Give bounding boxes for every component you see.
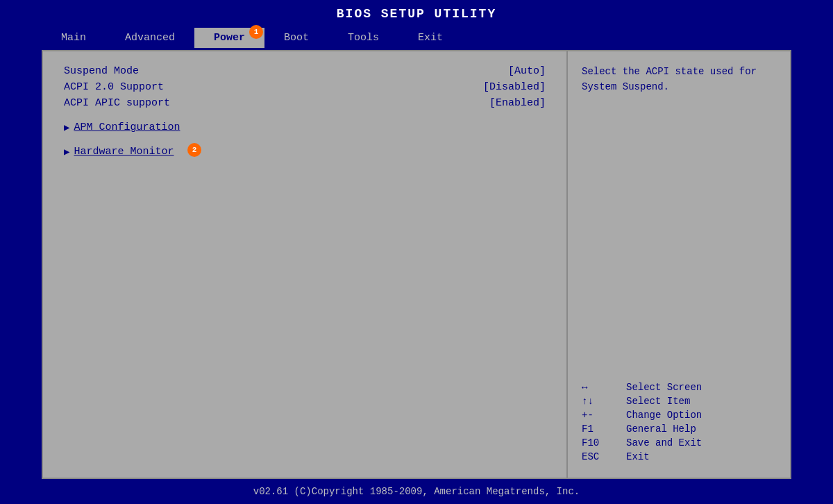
key-row: +-Change Option [582,410,776,421]
submenu-item-0[interactable]: ▶APM Configuration [64,121,546,133]
setting-row: ACPI 2.0 Support[Disabled] [64,81,546,93]
nav-item-boot[interactable]: Boot [264,28,328,48]
key-desc: Change Option [626,410,702,421]
key-name: +- [582,410,615,421]
setting-row: ACPI APIC support[Enabled] [64,97,546,109]
nav-item-power[interactable]: Power1 [194,28,264,48]
key-desc: Exit [626,451,650,462]
setting-value[interactable]: [Enabled] [489,97,546,109]
key-desc: Save and Exit [626,437,702,448]
title-bar: BIOS SETUP UTILITY [0,0,833,25]
help-text: Select the ACPI state used for System Su… [582,64,776,95]
key-name: F1 [582,423,615,435]
key-desc: Select Item [626,396,690,407]
key-desc: General Help [626,423,696,435]
setting-label: ACPI 2.0 Support [64,81,164,93]
submenu-label: APM Configuration [74,121,180,133]
submenu-arrow-icon: ▶ [64,121,69,133]
key-name: ↑↓ [582,396,615,407]
submenu-item-1[interactable]: ▶Hardware Monitor2 [64,146,546,158]
key-row: ESCExit [582,451,776,462]
nav-bar: MainAdvancedPower1BootToolsExit [0,25,833,50]
nav-item-exit[interactable]: Exit [398,28,462,48]
setting-row: Suspend Mode[Auto] [64,65,546,77]
key-row: ↑↓Select Item [582,396,776,407]
nav-badge-power: 1 [249,25,263,39]
key-row: F1General Help [582,423,776,435]
key-desc: Select Screen [626,382,702,393]
setting-value[interactable]: [Disabled] [483,81,546,93]
footer: v02.61 (C)Copyright 1985-2009, American … [0,479,833,504]
submenu-arrow-icon: ▶ [64,146,69,158]
left-panel: Suspend Mode[Auto]ACPI 2.0 Support[Disab… [43,51,568,478]
setting-value[interactable]: [Auto] [508,65,546,77]
nav-item-advanced[interactable]: Advanced [106,28,194,48]
key-name: ↔ [582,382,615,393]
nav-item-main[interactable]: Main [42,28,106,48]
key-help: ↔Select Screen↑↓Select Item+-Change Opti… [582,382,776,465]
right-panel: Select the ACPI state used for System Su… [568,51,790,478]
submenu-badge: 2 [187,143,201,157]
setting-label: ACPI APIC support [64,97,170,109]
main-content: Suspend Mode[Auto]ACPI 2.0 Support[Disab… [42,50,791,479]
nav-item-tools[interactable]: Tools [328,28,398,48]
key-name: ESC [582,451,615,462]
footer-text: v02.61 (C)Copyright 1985-2009, American … [253,486,580,497]
key-row: F10Save and Exit [582,437,776,448]
submenu-label: Hardware Monitor [74,146,174,158]
key-name: F10 [582,437,615,448]
bios-title: BIOS SETUP UTILITY [337,7,496,21]
setting-label: Suspend Mode [64,65,139,77]
key-row: ↔Select Screen [582,382,776,393]
bios-wrapper: BIOS SETUP UTILITY MainAdvancedPower1Boo… [0,0,833,504]
